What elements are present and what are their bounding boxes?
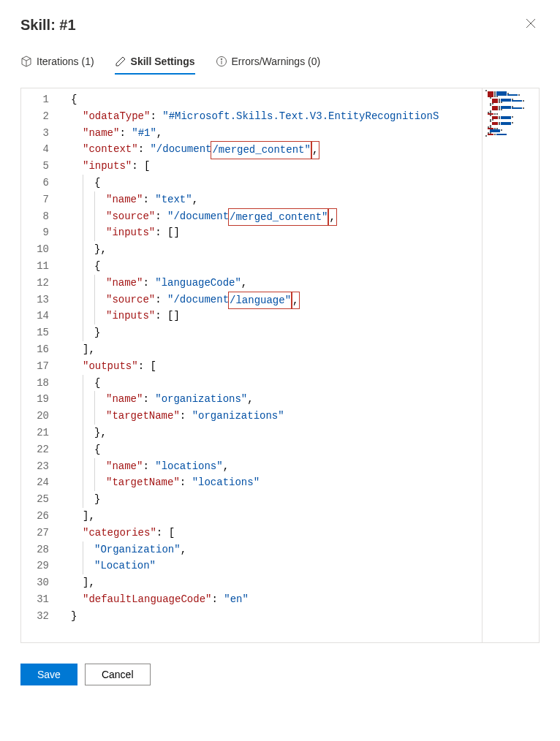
dialog-header: Skill: #1 xyxy=(20,15,540,35)
code-token: "name" xyxy=(106,391,143,408)
cube-icon xyxy=(20,56,32,67)
line-number: 23 xyxy=(24,458,49,475)
code-line[interactable]: "inputs": [ xyxy=(71,158,482,175)
editor-minimap[interactable] xyxy=(482,88,539,642)
code-line[interactable]: ], xyxy=(71,508,482,525)
code-line[interactable]: "targetName": "organizations" xyxy=(71,408,482,425)
tab-skill-settings[interactable]: Skill Settings xyxy=(115,51,195,75)
code-token: ] xyxy=(83,508,88,525)
line-number: 2 xyxy=(24,108,49,125)
code-line[interactable]: "name": "organizations", xyxy=(71,391,482,408)
pencil-icon xyxy=(115,56,126,67)
line-number: 8 xyxy=(24,208,49,225)
line-number: 1 xyxy=(24,91,49,108)
code-line[interactable]: { xyxy=(71,258,482,275)
code-line[interactable]: { xyxy=(71,441,482,458)
editor-gutter: 1234567891011121314151617181920212223242… xyxy=(21,88,62,642)
code-token: : xyxy=(155,208,167,225)
code-token: "#1" xyxy=(132,125,156,142)
code-token: "/document xyxy=(167,292,229,308)
line-number: 4 xyxy=(24,141,49,158)
code-line[interactable]: "name": "#1", xyxy=(71,125,482,142)
save-button[interactable]: Save xyxy=(20,664,77,685)
code-token: "name" xyxy=(106,275,143,292)
editor-code-area[interactable]: {"odataType": "#Microsoft.Skills.Text.V3… xyxy=(62,88,482,642)
code-token: } xyxy=(94,425,100,441)
code-line[interactable]: "source": "/document/merged_content", xyxy=(71,208,482,225)
code-token: [ xyxy=(144,158,150,175)
code-token: : xyxy=(143,275,155,292)
close-button[interactable] xyxy=(522,15,540,35)
code-line[interactable]: } xyxy=(71,324,482,341)
code-token: "defaultLanguageCode" xyxy=(83,591,211,608)
code-token: , xyxy=(311,141,319,159)
svg-point-1 xyxy=(221,58,222,60)
line-number: 12 xyxy=(24,275,49,292)
code-line[interactable]: "odataType": "#Microsoft.Skills.Text.V3.… xyxy=(71,108,482,125)
line-number: 20 xyxy=(24,408,49,425)
line-number: 3 xyxy=(24,125,49,142)
code-token: "categories" xyxy=(83,525,156,542)
code-token: "Organization" xyxy=(94,542,181,558)
cancel-button[interactable]: Cancel xyxy=(85,664,151,685)
code-token: : xyxy=(211,591,224,608)
code-line[interactable]: "source": "/document/language", xyxy=(71,292,482,308)
tab-iterations[interactable]: Iterations (1) xyxy=(20,51,94,75)
code-line[interactable]: "inputs": [] xyxy=(71,308,482,324)
code-token: "organizations" xyxy=(192,408,284,425)
code-line[interactable]: "targetName": "locations" xyxy=(71,474,482,491)
code-token: , xyxy=(88,508,94,525)
code-token: , xyxy=(88,341,94,358)
line-number: 15 xyxy=(24,324,49,341)
code-line[interactable]: }, xyxy=(71,425,482,441)
code-token: : xyxy=(180,408,192,425)
line-number: 13 xyxy=(24,292,49,308)
code-token: : xyxy=(150,108,162,125)
code-line[interactable]: } xyxy=(71,491,482,508)
code-token: { xyxy=(94,441,100,458)
json-editor[interactable]: 1234567891011121314151617181920212223242… xyxy=(20,88,540,643)
code-token: ] xyxy=(83,574,88,591)
code-line[interactable]: "outputs": [ xyxy=(71,358,482,375)
code-line[interactable]: "name": "locations", xyxy=(71,458,482,475)
code-line[interactable]: }, xyxy=(71,241,482,258)
code-line[interactable]: { xyxy=(71,175,482,191)
code-line[interactable]: "Organization", xyxy=(71,542,482,558)
tab-errors-warnings[interactable]: Errors/Warnings (0) xyxy=(216,51,321,75)
code-token: "inputs" xyxy=(106,224,155,241)
line-number: 16 xyxy=(24,341,49,358)
code-token: { xyxy=(94,375,100,392)
code-token: , xyxy=(241,275,247,292)
line-number: 29 xyxy=(24,558,49,574)
code-line[interactable]: "defaultLanguageCode": "en" xyxy=(71,591,482,608)
code-token: "outputs" xyxy=(83,358,138,375)
code-token: /merged_content" xyxy=(211,141,311,159)
code-line[interactable]: "name": "text", xyxy=(71,191,482,208)
line-number: 31 xyxy=(24,591,49,608)
code-line[interactable]: "name": "languageCode", xyxy=(71,275,482,292)
line-number: 10 xyxy=(24,241,49,258)
code-token: "source" xyxy=(106,292,155,308)
code-token: [ xyxy=(169,525,175,542)
code-token: } xyxy=(94,324,100,341)
code-token: : xyxy=(119,125,132,142)
code-token: "/document xyxy=(167,208,229,225)
code-token: : xyxy=(138,358,151,375)
code-line[interactable]: } xyxy=(71,608,482,625)
code-line[interactable]: "Location" xyxy=(71,558,482,574)
code-line[interactable]: ], xyxy=(71,574,482,591)
code-token: , xyxy=(291,292,300,310)
code-token: , xyxy=(88,574,94,591)
code-token: , xyxy=(100,425,106,441)
code-token: ] xyxy=(83,341,88,358)
code-token: "locations" xyxy=(155,458,222,475)
code-line[interactable]: "categories": [ xyxy=(71,525,482,542)
code-line[interactable]: ], xyxy=(71,341,482,358)
code-line[interactable]: "inputs": [] xyxy=(71,224,482,241)
tab-settings-label: Skill Settings xyxy=(131,56,195,67)
code-line[interactable]: "context": "/document/merged_content", xyxy=(71,141,482,158)
code-line[interactable]: { xyxy=(71,91,482,108)
code-token: "context" xyxy=(83,141,138,158)
code-token: [] xyxy=(167,224,180,241)
code-line[interactable]: { xyxy=(71,375,482,392)
